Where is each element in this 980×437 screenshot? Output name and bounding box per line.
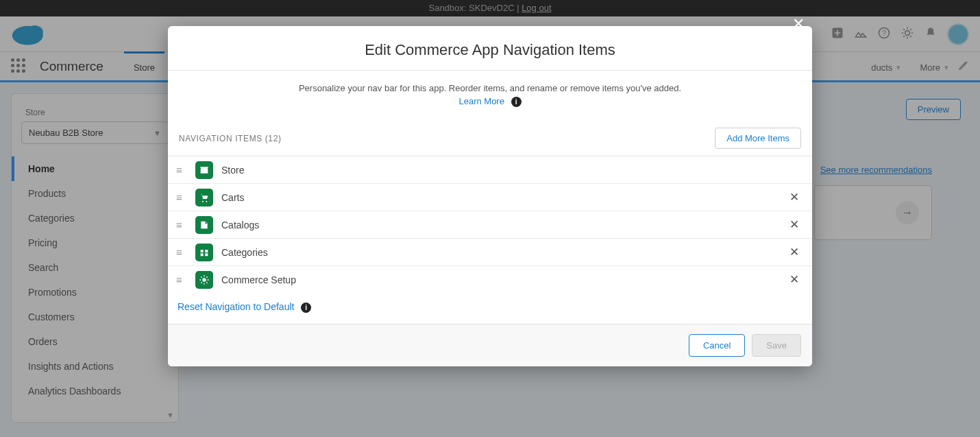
drag-handle-icon[interactable] (176, 274, 187, 285)
nav-item-row[interactable]: Catalogs ✕ (168, 211, 812, 239)
nav-item-row[interactable]: Categories ✕ (168, 239, 812, 266)
modal-subtitle: Personalize your nav bar for this app. R… (168, 70, 812, 96)
remove-item-icon[interactable]: ✕ (787, 190, 801, 204)
nav-item-label: Commerce Setup (221, 274, 787, 285)
cancel-button[interactable]: Cancel (689, 334, 745, 357)
drag-handle-icon[interactable] (176, 219, 187, 231)
remove-item-icon[interactable]: ✕ (787, 217, 801, 232)
nav-section-header: NAVIGATION ITEMS (12) Add More Items (168, 118, 812, 156)
nav-item-row[interactable]: Commerce Setup ✕ (168, 266, 812, 292)
edit-nav-modal: Edit Commerce App Navigation Items Perso… (168, 26, 812, 366)
modal-footer: Cancel Save (168, 324, 812, 366)
close-icon[interactable]: ✕ (792, 15, 805, 33)
drag-handle-icon[interactable] (176, 191, 187, 203)
drag-handle-icon[interactable] (176, 164, 187, 176)
info-icon[interactable]: i (511, 97, 522, 107)
reset-row: Reset Navigation to Default i (168, 292, 812, 324)
info-icon[interactable]: i (301, 303, 311, 313)
svg-point-6 (202, 278, 206, 281)
setup-gear-icon (195, 271, 213, 289)
nav-item-label: Store (221, 165, 801, 176)
nav-item-label: Carts (221, 192, 787, 203)
nav-item-list: Store Carts ✕ Catalogs ✕ Categories ✕ Co… (168, 156, 812, 292)
reset-nav-link[interactable]: Reset Navigation to Default (177, 301, 294, 312)
nav-item-label: Catalogs (221, 220, 787, 231)
drag-handle-icon[interactable] (176, 246, 187, 258)
save-button[interactable]: Save (752, 334, 801, 357)
nav-item-label: Categories (221, 247, 787, 258)
catalog-icon (195, 216, 213, 234)
learn-more-link[interactable]: Learn More (458, 96, 504, 106)
nav-item-row[interactable]: Carts ✕ (168, 184, 812, 211)
cart-icon (195, 189, 213, 206)
category-icon (195, 244, 213, 261)
remove-item-icon[interactable]: ✕ (787, 272, 801, 287)
remove-item-icon[interactable]: ✕ (787, 245, 801, 259)
learn-more-row: Learn More i (168, 96, 812, 118)
nav-items-count-label: NAVIGATION ITEMS (12) (179, 134, 282, 143)
store-icon (195, 161, 213, 179)
add-more-items-button[interactable]: Add More Items (715, 128, 801, 149)
nav-item-row[interactable]: Store (168, 156, 812, 184)
modal-title: Edit Commerce App Navigation Items (168, 26, 812, 70)
